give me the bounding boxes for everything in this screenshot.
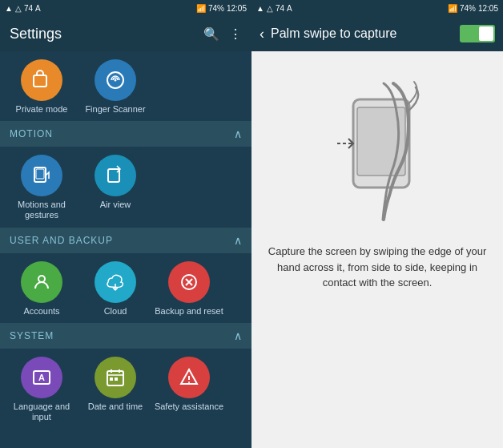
private-mode-item[interactable]: Private mode [6, 59, 77, 115]
sim-icon: 74 [24, 4, 33, 13]
accounts-label: Accounts [23, 306, 59, 317]
more-options-icon[interactable]: ⋮ [229, 26, 242, 42]
svg-rect-14 [110, 377, 113, 381]
signal-icon: 📶 [196, 4, 206, 13]
svg-point-2 [115, 79, 117, 82]
svg-rect-4 [36, 169, 44, 179]
motion-icon-grid: Motions and gestures Air view [0, 147, 252, 227]
air-view-icon [95, 155, 136, 196]
battery-percent: 74% [208, 4, 224, 13]
system-section-arrow: ∧ [234, 329, 242, 342]
settings-header: Settings 🔍 ⋮ [0, 16, 252, 51]
language-input-label: Language and input [6, 402, 77, 422]
r-time: 12:05 [478, 4, 498, 13]
time-left: 12:05 [227, 4, 247, 13]
settings-title: Settings [10, 26, 62, 42]
safety-assistance-label: Safety assistance [155, 402, 223, 412]
palm-header: ‹ Palm swipe to capture [252, 16, 503, 51]
right-status-bar-left: ▲ △ 74 A [256, 4, 292, 13]
palm-title: Palm swipe to capture [271, 26, 453, 41]
left-panel: ▲ △ 74 A 📶 74% 12:05 Settings 🔍 ⋮ [0, 0, 252, 448]
language-input-item[interactable]: A Language and input [6, 357, 77, 422]
extra-icon: A [35, 4, 41, 13]
svg-text:A: A [38, 373, 45, 382]
r-extra-icon: A [287, 4, 292, 13]
system-section-title: SYSTEM [10, 330, 54, 341]
palm-toggle-knob [479, 26, 493, 41]
finger-scanner-item[interactable]: Finger Scanner [80, 59, 151, 115]
motion-section-title: MOTION [10, 128, 53, 139]
back-button[interactable]: ‹ [260, 26, 264, 42]
private-mode-icon [21, 59, 62, 101]
air-view-item[interactable]: Air view [80, 155, 151, 220]
motion-section-header[interactable]: MOTION ∧ [0, 121, 252, 147]
svg-rect-0 [34, 75, 46, 87]
system-section-header[interactable]: SYSTEM ∧ [0, 323, 252, 349]
user-backup-icon-grid: Accounts Cloud Backup an [0, 253, 252, 323]
status-bar-left-icons: ▲ △ 74 A [5, 4, 41, 13]
motion-section-arrow: ∧ [234, 127, 242, 140]
right-panel: ▲ △ 74 A 📶 74% 12:05 ‹ Palm swipe to cap… [252, 0, 503, 448]
date-time-icon [95, 357, 136, 398]
cloud-label: Cloud [104, 306, 127, 317]
user-backup-section-arrow: ∧ [234, 234, 242, 247]
header-icons: 🔍 ⋮ [203, 26, 242, 42]
palm-content: Capture the screen by swiping the edge o… [252, 51, 503, 448]
finger-scanner-icon [95, 59, 136, 101]
alert-icon: △ [15, 4, 22, 13]
r-battery-percent: 74% [460, 4, 476, 13]
cloud-icon [95, 261, 136, 303]
air-view-label: Air view [100, 200, 131, 210]
date-time-label: Date and time [88, 402, 143, 412]
svg-rect-15 [115, 377, 118, 381]
user-backup-section-title: USER AND BACKUP [10, 235, 113, 246]
date-time-item[interactable]: Date and time [80, 357, 151, 422]
motions-gestures-item[interactable]: Motions and gestures [6, 155, 77, 220]
top-icon-grid: Private mode Finger Scanner [0, 51, 252, 121]
right-status-bar: ▲ △ 74 A 📶 74% 12:05 [252, 0, 503, 16]
r-sim-icon: 74 [276, 4, 284, 13]
r-notification-icon: ▲ [256, 4, 264, 13]
left-status-bar: ▲ △ 74 A 📶 74% 12:05 [0, 0, 252, 16]
motions-gestures-label: Motions and gestures [6, 200, 77, 220]
finger-scanner-label: Finger Scanner [85, 104, 145, 115]
r-signal-icon: 📶 [448, 4, 457, 13]
system-icon-grid: A Language and input Date and ti [0, 349, 252, 429]
safety-assistance-item[interactable]: Safety assistance [154, 357, 224, 422]
palm-toggle[interactable] [460, 25, 495, 42]
safety-assistance-icon [168, 357, 210, 398]
notification-icon: ▲ [5, 4, 13, 13]
status-bar-right-icons: 📶 74% 12:05 [196, 4, 247, 13]
svg-point-6 [38, 276, 45, 282]
accounts-item[interactable]: Accounts [6, 261, 77, 317]
settings-content: Private mode Finger Scanner MOTION ∧ [0, 51, 252, 448]
user-backup-section-header[interactable]: USER AND BACKUP ∧ [0, 228, 252, 253]
cloud-item[interactable]: Cloud [80, 261, 151, 317]
motions-gestures-icon [21, 155, 62, 196]
accounts-icon [21, 261, 62, 303]
language-input-icon: A [21, 357, 62, 398]
search-icon[interactable]: 🔍 [203, 26, 219, 42]
palm-illustration [313, 67, 441, 228]
right-status-bar-right: 📶 74% 12:05 [448, 4, 498, 13]
backup-reset-item[interactable]: Backup and reset [154, 261, 224, 317]
backup-reset-icon [168, 261, 210, 303]
palm-description: Capture the screen by swiping the edge o… [268, 244, 487, 291]
private-mode-label: Private mode [16, 104, 68, 115]
r-alert-icon: △ [267, 4, 273, 13]
backup-reset-label: Backup and reset [155, 306, 223, 317]
svg-point-17 [188, 381, 190, 383]
